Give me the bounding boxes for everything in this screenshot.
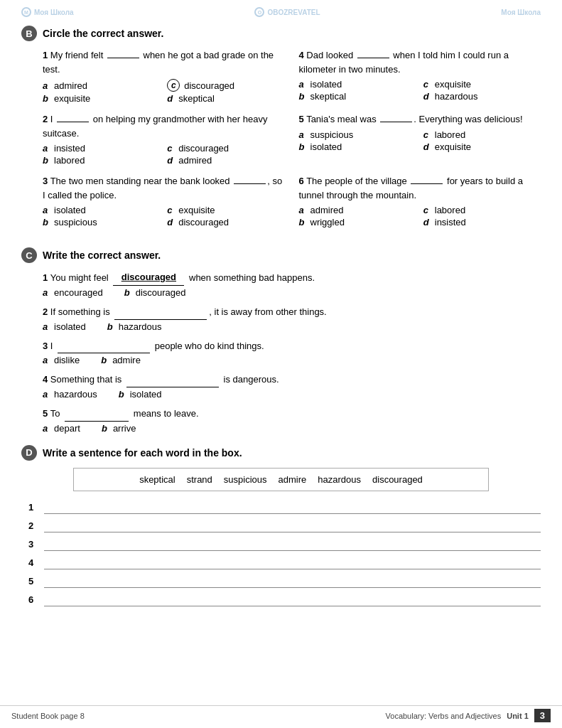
line-num-6: 6 (28, 594, 41, 605)
write-line-6: 6 (28, 594, 541, 606)
q-b4-opt-d: d hazardous (423, 91, 541, 102)
opt-b4-text-d: hazardous (435, 91, 478, 102)
word-suspicious: suspicious (224, 474, 267, 485)
opt-label-d: d (167, 93, 175, 104)
q-b6-opt-b: b wriggled (299, 217, 416, 228)
c4-opt-label-b: b (119, 389, 127, 400)
c4-opt-text-b: isolated (130, 389, 162, 400)
write-line-input-5[interactable] (44, 575, 541, 588)
section-d-header: D Write a sentence for each word in the … (21, 445, 541, 461)
line-num-3: 3 (28, 539, 41, 550)
opt-b5-text-a: suspicious (310, 129, 354, 140)
question-b3: 3 The two men standing near the bank loo… (43, 174, 285, 228)
section-d-badge: D (21, 445, 37, 461)
word-discouraged: discouraged (372, 474, 423, 485)
c3-num: 3 (43, 341, 50, 351)
write-line-input-4[interactable] (44, 557, 541, 569)
opt-b5-label-b: b (299, 141, 308, 152)
c1-opt-a: a encouraged (43, 287, 103, 298)
write-line-4: 4 (28, 557, 541, 569)
c2-opt-text-a: isolated (54, 321, 86, 332)
footer-left: Student Book page 8 (11, 712, 85, 720)
opt-b5-label-a: a (299, 129, 308, 140)
c2-opt-label-b: b (107, 321, 116, 332)
c3-opt-text-a: dislike (54, 355, 80, 365)
opt-b6-label-a: a (299, 205, 308, 215)
opt-b4-text-c: exquisite (435, 79, 471, 90)
opt-b5-text-b: isolated (310, 141, 342, 152)
question-b6: 6 The people of the village for years to… (299, 174, 541, 228)
q-b1-opt-d: d skeptical (167, 93, 284, 104)
opt-b6-text-b: wriggled (310, 217, 345, 228)
watermark-logo-center: O OBOZREVATEL (254, 7, 320, 17)
opt-b2-label-b: b (43, 155, 51, 166)
opt-text-b: exquisite (54, 93, 90, 104)
write-line-5: 5 (28, 575, 541, 588)
opt-b3-label-d: d (167, 217, 175, 228)
q-b6-opt-c: c labored (423, 205, 541, 215)
opt-b6-text-c: labored (435, 205, 465, 215)
section-c-header: C Write the correct answer. (21, 247, 541, 263)
wm-circle-icon: М (21, 7, 31, 17)
c4-text: 4 Something that is is dangerous. (43, 373, 541, 387)
question-c5: 5 To means to leave. a depart b arrive (43, 407, 541, 434)
q-b1-num: 1 (43, 50, 48, 60)
q-b2-options: a insisted c discouraged b labored d adm… (43, 143, 285, 166)
c2-answer (114, 319, 207, 320)
q-b4-opt-c: c exquisite (423, 79, 541, 90)
q-b6-opt-d: d insisted (423, 217, 541, 228)
c1-answer: discouraged (113, 270, 184, 286)
opt-b2-label-d: d (167, 155, 175, 166)
q-b1-opt-b: b exquisite (43, 93, 160, 104)
q-b3-opt-c: c exquisite (167, 205, 284, 215)
question-c1: 1 You might feel discouraged when someth… (43, 270, 541, 298)
q-b5-num: 5 (299, 114, 304, 124)
q-b3-options: a isolated c exquisite b suspicious d di… (43, 205, 285, 228)
opt-b6-text-d: insisted (435, 217, 466, 228)
section-d-word-box: skeptical strand suspicious admire hazar… (73, 468, 489, 491)
opt-text-d: skeptical (178, 93, 215, 104)
opt-b4-text-a: isolated (310, 79, 342, 90)
write-line-input-1[interactable] (44, 501, 541, 514)
q-b4-opt-a: a isolated (299, 79, 416, 90)
word-hazardous: hazardous (318, 474, 361, 485)
question-c3: 3 I people who do kind things. a dislike… (43, 339, 541, 366)
watermark-logo-left: М Моя Школа (21, 7, 74, 17)
watermark-text-center: OBOZREVATEL (267, 9, 320, 16)
c2-num: 2 (43, 306, 50, 317)
c3-opt-label-a: a (43, 355, 51, 365)
q-b5-opt-c: c labored (423, 129, 541, 140)
write-line-input-2[interactable] (44, 520, 541, 532)
c5-opt-b: b arrive (102, 423, 136, 434)
word-skeptical: skeptical (139, 474, 175, 485)
c4-options: a hazardous b isolated (43, 389, 541, 400)
section-d-write-lines: 1 2 3 4 5 6 (28, 501, 541, 606)
c1-options: a encouraged b discouraged (43, 287, 541, 298)
question-b1: 1 My friend felt when he got a bad grade… (43, 48, 285, 104)
line-num-2: 2 (28, 520, 41, 531)
c3-answer (58, 353, 150, 353)
opt-b5-label-c: c (423, 129, 432, 140)
c5-options: a depart b arrive (43, 423, 541, 434)
q-b5-text: Tania's meal was . Everything was delici… (306, 114, 522, 124)
q-b2-opt-a: a insisted (43, 143, 160, 154)
c1-opt-label-b: b (124, 287, 133, 298)
opt-b6-label-c: c (423, 205, 432, 215)
c5-num: 5 (43, 408, 50, 419)
word-admire: admire (279, 474, 307, 485)
write-line-input-6[interactable] (44, 594, 541, 606)
opt-b4-label-c: c (423, 79, 432, 90)
section-b-badge: B (21, 26, 37, 41)
main-content: B Circle the correct answer. 1 My friend… (21, 26, 541, 606)
c1-opt-text-b: discouraged (136, 287, 186, 298)
page: М Моя Школа O OBOZREVATEL Моя Школа B Ci… (0, 0, 562, 728)
opt-b3-text-a: isolated (54, 205, 86, 215)
c3-options: a dislike b admire (43, 355, 541, 365)
q-b3-opt-d: d discouraged (167, 217, 284, 228)
page-footer: Student Book page 8 Vocabulary: Verbs an… (0, 705, 562, 722)
opt-b2-label-c: c (167, 143, 175, 154)
footer-page-num: 3 (534, 709, 551, 722)
q-b2-opt-b: b labored (43, 155, 160, 166)
opt-b4-label-b: b (299, 91, 308, 102)
write-line-input-3[interactable] (44, 538, 541, 551)
